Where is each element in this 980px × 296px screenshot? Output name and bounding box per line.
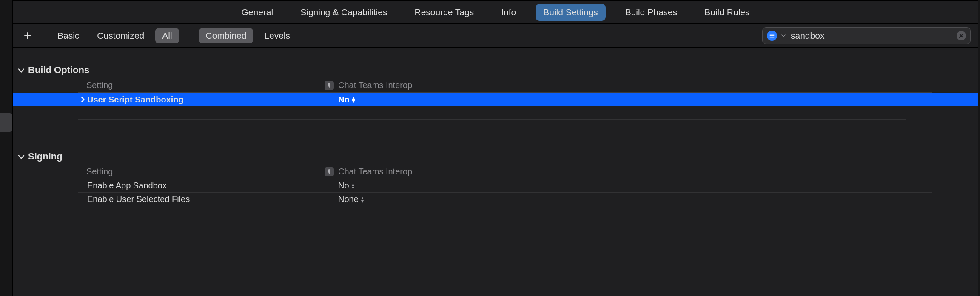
setting-value-popup[interactable]: No ▴▾ — [338, 181, 354, 191]
gutter-handle[interactable] — [0, 113, 12, 132]
chevron-down-icon — [18, 151, 25, 162]
svg-rect-1 — [770, 35, 775, 36]
section-build-options: Build Options Setting Chat Teams Interop… — [13, 65, 978, 134]
tab-info[interactable]: Info — [493, 4, 524, 21]
setting-value: None — [338, 194, 359, 204]
column-setting-label: Setting — [86, 167, 325, 176]
setting-value: No — [338, 181, 349, 191]
column-setting-label: Setting — [86, 80, 325, 90]
separator — [191, 30, 191, 42]
setting-row-enable-user-selected-files[interactable]: Enable User Selected Files None ▴▾ — [78, 193, 932, 206]
add-build-setting-button[interactable] — [20, 28, 35, 43]
empty-rows — [78, 219, 906, 279]
editor-left-gutter — [0, 0, 13, 296]
columns-header: Setting Chat Teams Interop — [78, 165, 932, 179]
plus-icon — [23, 31, 32, 40]
section-title: Signing — [28, 151, 63, 162]
search-scope-icon[interactable] — [767, 31, 777, 41]
section-signing: Signing Setting Chat Teams Interop Enabl… — [13, 151, 978, 279]
columns-header: Setting Chat Teams Interop — [78, 78, 932, 93]
build-settings-filter-bar: Basic Customized All Combined Levels — [13, 24, 978, 48]
tab-build-phases[interactable]: Build Phases — [618, 4, 685, 21]
target-name-label: Chat Teams Interop — [338, 167, 412, 176]
tab-general[interactable]: General — [234, 4, 281, 21]
tab-signing-capabilities[interactable]: Signing & Capabilities — [293, 4, 395, 21]
view-combined[interactable]: Combined — [199, 28, 254, 43]
view-segmented-control: Combined Levels — [199, 28, 301, 43]
search-input[interactable] — [790, 30, 952, 41]
setting-name: User Script Sandboxing — [87, 95, 338, 105]
build-settings-content: Build Options Setting Chat Teams Interop… — [13, 48, 978, 296]
setting-name: Enable User Selected Files — [87, 194, 338, 204]
target-name-label: Chat Teams Interop — [338, 80, 412, 90]
setting-value: No — [338, 95, 350, 105]
scope-all[interactable]: All — [155, 28, 179, 43]
section-header-build-options[interactable]: Build Options — [13, 65, 978, 76]
app-icon — [325, 81, 334, 90]
column-target: Chat Teams Interop — [325, 80, 412, 90]
tab-build-settings[interactable]: Build Settings — [536, 4, 605, 21]
empty-rows — [78, 119, 906, 134]
popup-arrows-icon: ▴▾ — [352, 182, 354, 189]
svg-rect-0 — [770, 34, 775, 34]
chevron-right-icon[interactable] — [78, 95, 87, 105]
close-icon — [959, 34, 963, 38]
tab-build-rules[interactable]: Build Rules — [697, 4, 757, 21]
column-target: Chat Teams Interop — [325, 167, 412, 176]
build-settings-search — [762, 27, 971, 44]
app-icon — [325, 167, 334, 176]
chevron-down-icon — [18, 65, 25, 76]
setting-row-user-script-sandboxing[interactable]: User Script Sandboxing No ▴▾ — [13, 93, 978, 106]
popup-arrows-icon: ▴▾ — [361, 196, 364, 203]
popup-arrows-icon: ▴▾ — [352, 96, 355, 103]
scope-customized[interactable]: Customized — [90, 28, 151, 43]
separator — [43, 30, 43, 42]
chevron-down-icon[interactable] — [781, 33, 786, 39]
section-header-signing[interactable]: Signing — [13, 151, 978, 162]
editor-right-gutter — [978, 0, 980, 296]
scope-segmented-control: Basic Customized All — [51, 28, 183, 43]
setting-name: Enable App Sandbox — [87, 181, 338, 191]
setting-value-popup[interactable]: No ▴▾ — [338, 95, 355, 105]
scope-basic[interactable]: Basic — [51, 28, 86, 43]
setting-value-popup[interactable]: None ▴▾ — [338, 194, 364, 204]
section-title: Build Options — [28, 65, 89, 76]
target-editor-tabs: General Signing & Capabilities Resource … — [13, 0, 978, 24]
list-icon — [769, 33, 775, 39]
clear-search-button[interactable] — [957, 31, 966, 40]
view-levels[interactable]: Levels — [257, 28, 297, 43]
svg-rect-2 — [770, 37, 775, 37]
setting-row-enable-app-sandbox[interactable]: Enable App Sandbox No ▴▾ — [78, 179, 932, 193]
tab-resource-tags[interactable]: Resource Tags — [407, 4, 482, 21]
